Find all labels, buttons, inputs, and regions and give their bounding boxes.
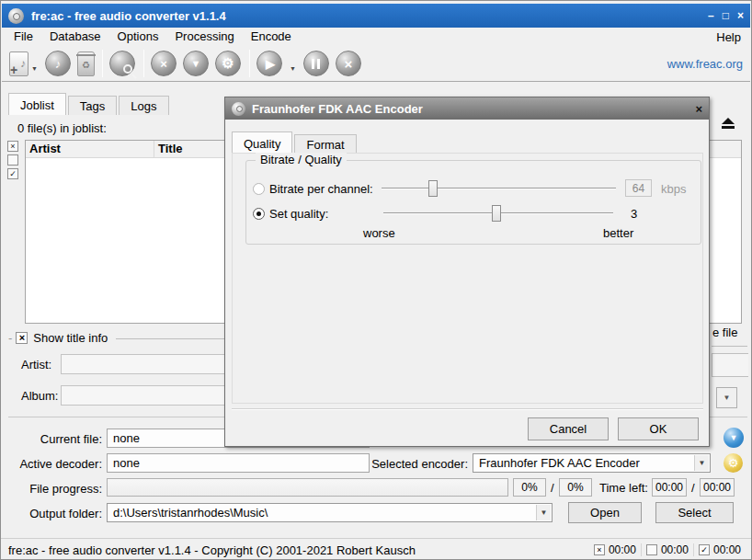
status-text: fre:ac - free audio converter v1.1.4 - C… (8, 543, 416, 557)
tab-logs[interactable]: Logs (119, 96, 168, 115)
configure-encoder-icon[interactable]: ⚙ (724, 453, 743, 473)
main-tab-bar: Joblist Tags Logs (8, 93, 171, 115)
status-bar: fre:ac - free audio converter v1.1.4 - C… (1, 538, 752, 560)
menu-encode[interactable]: Encode (243, 28, 300, 46)
output-folder-label: Output folder: (1, 507, 102, 520)
file-progress-percent: 0% (513, 478, 546, 497)
show-title-info-checkbox[interactable]: × (16, 332, 28, 344)
toggle-selection-button[interactable]: ✓ (7, 168, 18, 179)
bitrate-radio[interactable] (253, 183, 265, 195)
output-folder-select[interactable]: d:\Users\tristanrhodes\Music\ ▼ (107, 503, 553, 522)
album-label: Album: (21, 389, 58, 403)
menu-file[interactable]: File (6, 28, 41, 46)
encoder-config-dialog: Fraunhofer FDK AAC Encoder × Quality For… (224, 97, 710, 447)
quality-value: 3 (631, 207, 637, 221)
group-title: Bitrate / Quality (256, 153, 347, 166)
time-left-label: Time left: (599, 481, 648, 495)
add-files-icon[interactable]: ♪ + (9, 51, 28, 76)
toolbar: ♪ + ▼ ♪ ♻ × ▼ ⚙ ▶ ▼ × (2, 46, 750, 82)
joblist-select-buttons: × ✓ (7, 141, 18, 179)
processing-options-icon[interactable]: ▼ (724, 428, 744, 448)
freac-main-window: fre:ac - free audio converter v1.1.4 – □… (0, 0, 752, 560)
partial-dropdown-icon[interactable]: ▼ (716, 387, 737, 408)
website-link[interactable]: www.freac.org (667, 57, 743, 71)
file-progress-bar (107, 478, 508, 497)
show-title-info-label: Show title info (33, 331, 108, 345)
add-files-dropdown-icon[interactable]: ▼ (31, 65, 38, 72)
selected-encoder-select[interactable]: Fraunhofer FDK AAC Encoder ▼ (473, 453, 711, 473)
time-left-total: 00:00 (700, 478, 735, 497)
quality-label: Set quality: (269, 207, 328, 221)
close-icon[interactable]: × (737, 9, 744, 22)
chevron-down-icon[interactable]: ▼ (536, 505, 551, 520)
ok-button[interactable]: OK (618, 417, 699, 440)
tab-tags[interactable]: Tags (68, 96, 117, 115)
scale-worse-label: worse (363, 226, 395, 240)
selected-encoder-label: Selected encoder: (367, 457, 468, 471)
column-artist[interactable]: Artist (26, 141, 154, 157)
partial-file-label: e file (712, 326, 737, 339)
active-decoder-value: none (107, 453, 370, 473)
unselected-time: 00:00 (661, 543, 689, 556)
app-icon (8, 8, 24, 24)
add-cd-contents-icon[interactable]: ♪ (45, 51, 71, 76)
signal-processing-icon[interactable]: ▼ (183, 51, 209, 76)
dialog-icon (232, 102, 245, 116)
time-left-file: 00:00 (652, 478, 687, 497)
quality-slider[interactable] (383, 204, 613, 223)
configuration-icon[interactable]: ⚙ (215, 51, 241, 76)
start-conversion-dropdown-icon[interactable]: ▼ (290, 65, 296, 72)
toolbar-separator (143, 50, 144, 77)
open-button[interactable]: Open (568, 502, 642, 523)
maximize-icon[interactable]: □ (723, 9, 729, 22)
total-time-icon: ✓ (699, 544, 710, 555)
eject-icon[interactable] (718, 115, 738, 131)
stop-conversion-icon[interactable]: × (336, 51, 361, 76)
select-none-button[interactable] (7, 154, 18, 166)
window-titlebar: fre:ac - free audio converter v1.1.4 – □… (2, 4, 750, 28)
tab-joblist[interactable]: Joblist (8, 93, 66, 115)
select-button[interactable]: Select (655, 502, 734, 523)
bitrate-slider[interactable] (382, 179, 616, 198)
bitrate-slider-thumb[interactable] (428, 180, 438, 197)
artist-label: Artist: (21, 358, 51, 371)
dialog-close-icon[interactable]: × (695, 102, 702, 116)
tab-format[interactable]: Format (294, 134, 356, 154)
remove-all-icon[interactable]: ♻ (77, 51, 95, 76)
menu-processing[interactable]: Processing (166, 28, 242, 46)
quality-slider-thumb[interactable] (492, 205, 501, 222)
total-progress-percent: 0% (559, 478, 592, 497)
cddb-query-icon[interactable] (109, 51, 135, 76)
tab-quality[interactable]: Quality (232, 131, 292, 154)
chevron-down-icon[interactable]: ▼ (694, 455, 709, 471)
file-progress-label: File progress: (1, 482, 102, 496)
window-title: fre:ac - free audio converter v1.1.4 (31, 9, 226, 23)
toolbar-separator (249, 50, 250, 77)
unselected-time-icon (646, 544, 657, 555)
quality-radio[interactable] (253, 208, 265, 220)
selected-time-icon: × (594, 544, 605, 555)
toolbar-separator (102, 50, 103, 77)
current-file-label: Current file: (1, 432, 102, 446)
joblist-count: 0 file(s) in joblist: (17, 121, 107, 135)
partial-field (712, 353, 748, 377)
total-time: 00:00 (713, 543, 741, 556)
dialog-title: Fraunhofer FDK AAC Encoder (252, 102, 423, 116)
menu-help[interactable]: Help (711, 29, 746, 46)
dialog-titlebar: Fraunhofer FDK AAC Encoder × (225, 97, 709, 120)
pause-conversion-icon[interactable] (303, 51, 329, 76)
status-times: × 00:00 00:00 ✓ 00:00 (589, 543, 746, 556)
cancel-button[interactable]: Cancel (528, 417, 609, 440)
scale-better-label: better (603, 226, 633, 240)
bitrate-value: 64 (625, 179, 652, 197)
dialog-tab-bar: Quality Format (232, 134, 359, 154)
menu-database[interactable]: Database (41, 28, 109, 46)
start-conversion-icon[interactable]: ▶ (256, 51, 282, 76)
bitrate-unit: kbps (661, 182, 686, 196)
minimize-icon[interactable]: – (708, 9, 714, 22)
select-all-button[interactable]: × (7, 141, 18, 152)
menu-options[interactable]: Options (109, 28, 167, 46)
active-decoder-label: Active decoder: (1, 457, 102, 471)
general-settings-icon[interactable]: × (151, 51, 177, 76)
selected-time: 00:00 (609, 543, 636, 556)
